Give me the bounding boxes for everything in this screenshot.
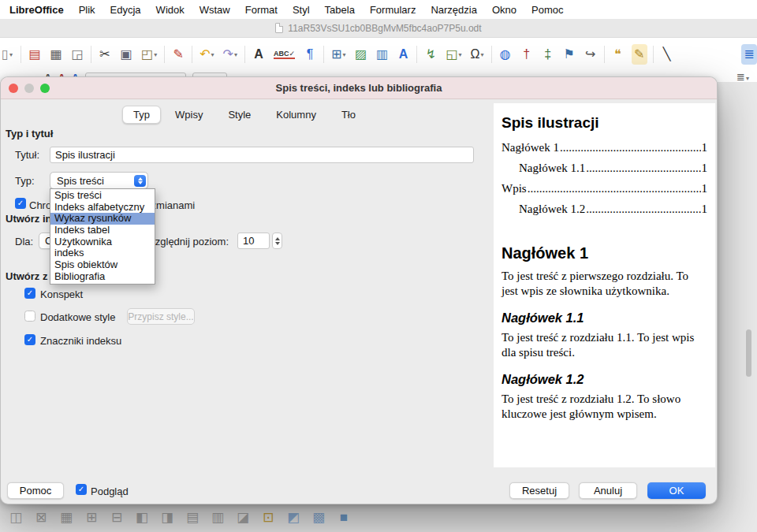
- type-option-indeks[interactable]: indeks: [50, 247, 155, 259]
- tab-kolumny[interactable]: Kolumny: [265, 106, 327, 124]
- insert-row-above-icon: ⊞: [84, 509, 99, 526]
- menu-item-narzedzia[interactable]: Narzędzia: [431, 4, 477, 16]
- type-option-indeks-alfabetyczny[interactable]: Indeks alfabetyczny: [50, 202, 155, 214]
- draw-functions-icon[interactable]: ≣: [741, 44, 757, 65]
- track-changes-icon[interactable]: ✎: [632, 44, 647, 65]
- protected-checkbox[interactable]: [15, 198, 26, 209]
- find-replace-icon[interactable]: A: [251, 44, 267, 65]
- insert-textbox-icon[interactable]: A: [395, 44, 411, 65]
- export-pdf-icon[interactable]: ▤: [27, 44, 43, 65]
- reset-button[interactable]: Resetuj: [509, 482, 569, 499]
- type-option-spis-tresci[interactable]: Spis treści: [50, 190, 155, 202]
- tab-t-o[interactable]: Tło: [330, 106, 367, 124]
- toc-index-dialog: Spis treści, indeks lub bibliografia Typ…: [0, 76, 718, 504]
- menu-item-okno[interactable]: Okno: [492, 4, 516, 16]
- preview-checkbox-label: Podgląd: [91, 485, 129, 497]
- preview-checkbox[interactable]: [76, 484, 87, 495]
- toolbar-separator: [192, 46, 192, 63]
- menu-item-edycja[interactable]: Edycja: [110, 4, 141, 16]
- tab-typ[interactable]: Typ: [122, 106, 161, 124]
- print-icon[interactable]: ▦: [48, 44, 64, 65]
- footnote-glyph: †: [523, 48, 530, 61]
- outline-label: Konspekt: [40, 288, 83, 300]
- close-window-button[interactable]: [9, 84, 18, 93]
- sidebar-icon[interactable]: ▯▾: [0, 44, 15, 65]
- type-option-spis-obiektow[interactable]: Spis obiektów: [50, 259, 155, 271]
- menu-item-format[interactable]: Format: [245, 4, 278, 16]
- redo-icon[interactable]: ↷▾: [222, 44, 239, 65]
- comment-icon[interactable]: ❝: [610, 44, 626, 65]
- copy-icon[interactable]: ▣: [118, 44, 134, 65]
- additional-styles-checkbox[interactable]: [24, 311, 35, 322]
- type-option-indeks-tabel[interactable]: Indeks tabel: [50, 225, 155, 236]
- help-button[interactable]: Pomoc: [7, 482, 64, 499]
- cross-reference-glyph: ↪: [585, 48, 595, 61]
- endnote-icon[interactable]: ‡: [540, 44, 556, 65]
- insert-col-right-icon: ◨: [159, 509, 175, 526]
- undo-glyph: ↶: [200, 48, 210, 61]
- cut-icon[interactable]: ✂: [97, 44, 113, 65]
- cancel-button[interactable]: Anuluj: [579, 482, 637, 499]
- toc-leader-dots: ........................................…: [560, 141, 701, 154]
- toolbar-separator: [604, 46, 605, 63]
- hyperlink-glyph: ◍: [500, 48, 511, 61]
- insert-chart-icon[interactable]: ▥: [374, 44, 390, 65]
- clone-formatting-icon: ◫: [8, 509, 24, 526]
- hyperlink-icon[interactable]: ◍: [498, 44, 513, 65]
- insert-line-icon[interactable]: ╲: [659, 44, 675, 65]
- level-input[interactable]: 10: [237, 233, 270, 249]
- toolbar-separator: [164, 46, 165, 63]
- toc-entry-page: 1: [702, 203, 708, 216]
- cross-reference-icon[interactable]: ↪: [583, 44, 599, 65]
- bookmark-icon[interactable]: ⚑: [561, 44, 577, 65]
- insert-field-icon[interactable]: ◱▾: [444, 44, 463, 65]
- minimize-window-button[interactable]: [24, 84, 34, 93]
- menu-item-wstaw[interactable]: Wstaw: [200, 4, 230, 16]
- print-preview-icon[interactable]: ◲: [69, 44, 85, 65]
- menu-item-pomoc[interactable]: Pomoc: [531, 4, 563, 16]
- sidebar-glyph: ▯: [2, 48, 9, 61]
- insert-table-glyph: ⊞: [331, 48, 341, 61]
- level-stepper[interactable]: [272, 233, 282, 249]
- clone-formatting-icon[interactable]: ✎: [170, 44, 186, 65]
- menu-item-formularz[interactable]: Formularz: [370, 4, 416, 16]
- toc-entry-label: Wpis: [502, 182, 527, 195]
- menu-item-styl[interactable]: Styl: [293, 4, 310, 16]
- type-dropdown[interactable]: Spis treści: [50, 172, 148, 189]
- title-input[interactable]: [50, 147, 474, 163]
- insert-table-icon[interactable]: ⊞▾: [330, 44, 347, 65]
- window-titlebar: 11aR53VsSU1cb0BBgMvM5fbc4aoP7P5u.odt: [0, 19, 757, 38]
- special-character-icon[interactable]: Ω▾: [469, 44, 486, 65]
- ok-button[interactable]: OK: [647, 482, 706, 499]
- footnote-icon[interactable]: †: [519, 44, 535, 65]
- paste-icon[interactable]: ◰▾: [140, 44, 158, 65]
- tab-wpisy[interactable]: Wpisy: [164, 106, 214, 124]
- zoom-window-button[interactable]: [40, 84, 50, 93]
- index-marks-checkbox[interactable]: [24, 334, 35, 345]
- table-icon: ▦: [58, 509, 74, 526]
- type-option-bibliografia[interactable]: Bibliografia: [50, 271, 155, 283]
- page-break-icon[interactable]: ↯: [423, 44, 438, 65]
- toc-leader-dots: ........................................…: [586, 162, 700, 175]
- menu-item-tabela[interactable]: Tabela: [325, 4, 355, 16]
- scrollbar-thumb[interactable]: [746, 329, 751, 377]
- track-changes-glyph: ✎: [634, 48, 644, 61]
- menu-item-plik[interactable]: Plik: [79, 4, 95, 16]
- assign-styles-button[interactable]: Przypisz style...: [127, 308, 195, 325]
- formatting-marks-glyph: ¶: [307, 48, 314, 61]
- menu-item-widok[interactable]: Widok: [156, 4, 185, 16]
- insert-image-icon[interactable]: ▨: [352, 44, 368, 65]
- formatting-marks-icon[interactable]: ¶: [302, 44, 318, 65]
- insert-chart-glyph: ▥: [376, 48, 388, 61]
- spelling-icon[interactable]: ABC✓: [272, 44, 296, 65]
- type-option-uzytkownika[interactable]: Użytkownika: [50, 236, 155, 248]
- type-option-wykaz-rysunkow[interactable]: Wykaz rysunków: [50, 213, 155, 225]
- app-window: LibreOffice PlikEdycjaWidokWstawFormatSt…: [0, 0, 757, 532]
- dialog-titlebar[interactable]: Spis treści, indeks lub bibliografia: [1, 77, 717, 99]
- app-menu[interactable]: LibreOffice: [9, 4, 64, 16]
- undo-icon[interactable]: ↶▾: [198, 44, 215, 65]
- dropdown-caret-icon: ▾: [481, 51, 484, 58]
- delete-row-icon: ▤: [185, 509, 200, 526]
- tab-style[interactable]: Style: [217, 106, 262, 124]
- outline-checkbox[interactable]: [24, 288, 35, 299]
